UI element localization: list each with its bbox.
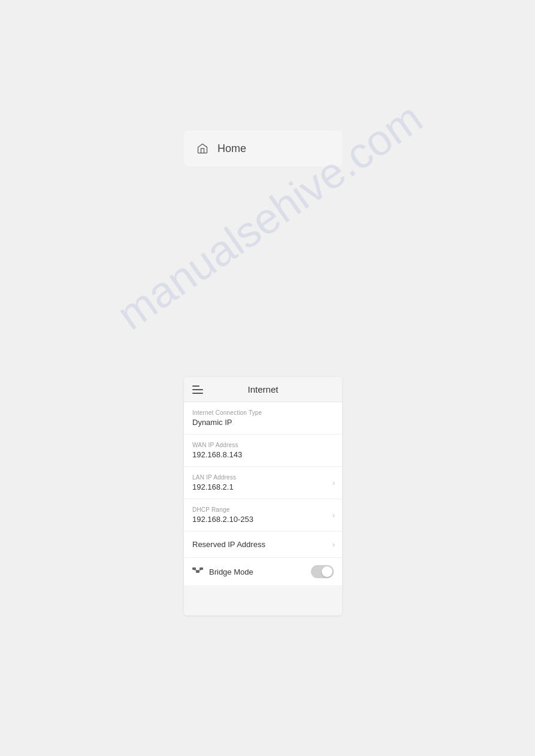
dhcp-range-value: 192.168.2.10-253	[192, 515, 334, 524]
dhcp-range-label: DHCP Range	[192, 506, 334, 513]
bridge-mode-label: Bridge Mode	[209, 567, 305, 576]
lan-ip-value: 192.168.2.1	[192, 482, 334, 491]
bridge-mode-toggle[interactable]	[311, 565, 334, 578]
internet-panel: Internet Internet Connection Type Dynami…	[184, 377, 342, 615]
bridge-mode-row: Bridge Mode	[184, 558, 342, 585]
panel-title: Internet	[210, 384, 316, 394]
svg-rect-0	[192, 567, 196, 570]
panel-footer	[184, 585, 342, 615]
dhcp-range-chevron: ›	[333, 511, 335, 520]
svg-rect-1	[196, 570, 200, 573]
svg-line-3	[194, 570, 198, 570]
lan-ip-label: LAN IP Address	[192, 474, 334, 481]
wan-ip-row[interactable]: WAN IP Address 192.168.8.143	[184, 435, 342, 467]
watermark: manualsehive.com	[108, 93, 431, 339]
home-card[interactable]: Home	[184, 130, 342, 166]
home-label: Home	[217, 142, 246, 155]
reserved-ip-row[interactable]: Reserved IP Address ›	[184, 532, 342, 558]
wan-ip-label: WAN IP Address	[192, 442, 334, 448]
panel-header: Internet	[184, 377, 342, 402]
svg-line-4	[198, 570, 201, 570]
dhcp-range-row[interactable]: DHCP Range 192.168.2.10-253 ›	[184, 499, 342, 532]
reserved-ip-chevron: ›	[333, 541, 335, 549]
bridge-icon	[192, 566, 203, 577]
svg-rect-2	[200, 567, 203, 570]
internet-connection-type-label: Internet Connection Type	[192, 409, 334, 416]
lan-ip-chevron: ›	[333, 479, 335, 487]
hamburger-icon[interactable]	[192, 385, 203, 394]
lan-ip-row[interactable]: LAN IP Address 192.168.2.1 ›	[184, 467, 342, 499]
home-icon	[196, 142, 209, 155]
reserved-ip-label: Reserved IP Address	[192, 540, 265, 549]
internet-connection-type-row[interactable]: Internet Connection Type Dynamic IP	[184, 402, 342, 435]
wan-ip-value: 192.168.8.143	[192, 450, 334, 459]
internet-connection-type-value: Dynamic IP	[192, 418, 334, 427]
